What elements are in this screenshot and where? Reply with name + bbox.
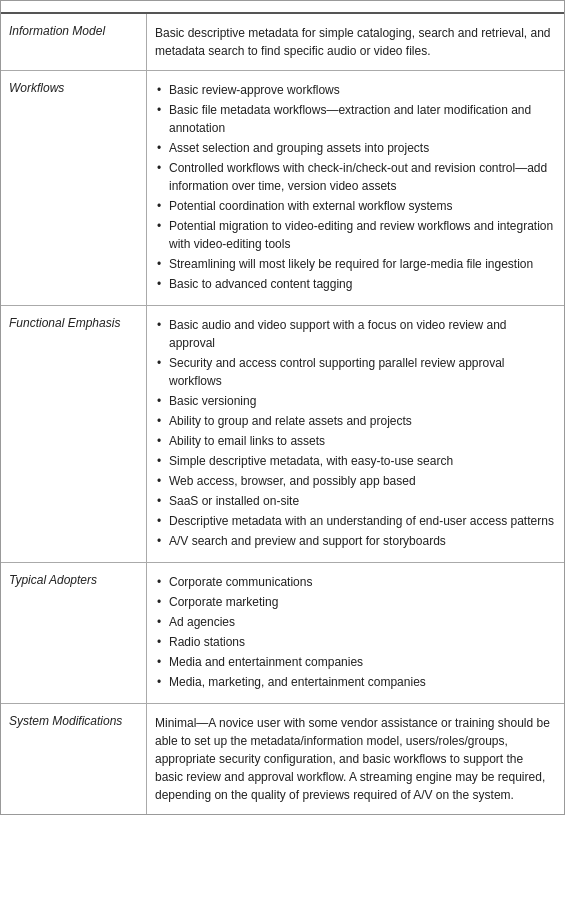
list-item: Media, marketing, and entertainment comp… <box>155 673 554 691</box>
list-item: Radio stations <box>155 633 554 651</box>
content-list: Basic review-approve workflowsBasic file… <box>155 81 554 293</box>
list-item: Security and access control supporting p… <box>155 354 554 390</box>
list-item: Basic file metadata workflows—extraction… <box>155 101 554 137</box>
list-item: Streamlining will most likely be require… <box>155 255 554 273</box>
list-item: SaaS or installed on-site <box>155 492 554 510</box>
row-label: Information Model <box>1 14 146 48</box>
content-text: Minimal—A novice user with some vendor a… <box>155 714 554 804</box>
row-label: Functional Emphasis <box>1 306 146 340</box>
row-content: Minimal—A novice user with some vendor a… <box>147 704 564 814</box>
row-content: Basic audio and video support with a foc… <box>147 306 564 562</box>
table-row: Typical AdoptersCorporate communications… <box>1 563 564 704</box>
list-item: Corporate communications <box>155 573 554 591</box>
row-content: Basic descriptive metadata for simple ca… <box>147 14 564 70</box>
list-item: Corporate marketing <box>155 593 554 611</box>
list-item: Media and entertainment companies <box>155 653 554 671</box>
list-item: Descriptive metadata with an understandi… <box>155 512 554 530</box>
content-text: Basic descriptive metadata for simple ca… <box>155 24 554 60</box>
table-row: WorkflowsBasic review-approve workflowsB… <box>1 71 564 306</box>
list-item: Asset selection and grouping assets into… <box>155 139 554 157</box>
row-label: Workflows <box>1 71 146 105</box>
list-item: A/V search and preview and support for s… <box>155 532 554 550</box>
list-item: Basic versioning <box>155 392 554 410</box>
table-header <box>1 1 564 14</box>
content-list: Basic audio and video support with a foc… <box>155 316 554 550</box>
list-item: Basic to advanced content tagging <box>155 275 554 293</box>
list-item: Potential migration to video-editing and… <box>155 217 554 253</box>
list-item: Potential coordination with external wor… <box>155 197 554 215</box>
row-label: Typical Adopters <box>1 563 146 597</box>
list-item: Simple descriptive metadata, with easy-t… <box>155 452 554 470</box>
table-row: System ModificationsMinimal—A novice use… <box>1 704 564 814</box>
list-item: Web access, browser, and possibly app ba… <box>155 472 554 490</box>
list-item: Basic review-approve workflows <box>155 81 554 99</box>
list-item: Basic audio and video support with a foc… <box>155 316 554 352</box>
table-row: Functional EmphasisBasic audio and video… <box>1 306 564 563</box>
table-row: Information ModelBasic descriptive metad… <box>1 14 564 71</box>
list-item: Ability to group and relate assets and p… <box>155 412 554 430</box>
table-container: Information ModelBasic descriptive metad… <box>0 0 565 815</box>
row-label: System Modifications <box>1 704 146 738</box>
row-content: Corporate communicationsCorporate market… <box>147 563 564 703</box>
row-content: Basic review-approve workflowsBasic file… <box>147 71 564 305</box>
list-item: Ad agencies <box>155 613 554 631</box>
list-item: Ability to email links to assets <box>155 432 554 450</box>
content-list: Corporate communicationsCorporate market… <box>155 573 554 691</box>
list-item: Controlled workflows with check-in/check… <box>155 159 554 195</box>
